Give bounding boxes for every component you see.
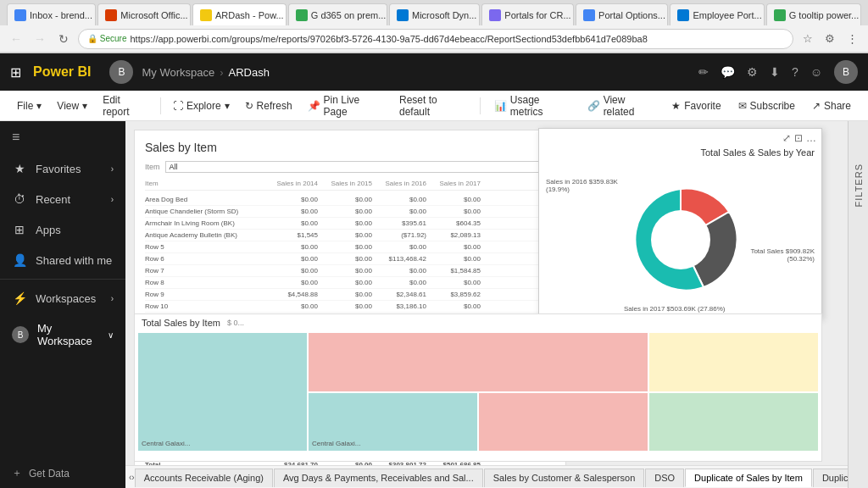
usage-metrics-btn[interactable]: 📊 Usage metrics [487,91,577,121]
filters-panel[interactable]: FILTERS [848,121,868,488]
treemap-grid: Central Galaxi... Central Galaxi... [135,331,821,454]
tab-dup-sales-territory[interactable]: Duplicate of Sales by Territory [813,469,848,487]
tab-label-ardash: ARDash - Pow... [215,10,284,20]
explore-icon: ⛶ [173,100,183,112]
tab-ar-aging[interactable]: Accounts Receivable (Aging) [135,469,273,487]
view-chevron: ▾ [82,100,87,112]
sidebar-divider [0,279,125,280]
pin-icon: 📌 [308,100,320,112]
tab-msdyn[interactable]: Microsoft Dyn... ✕ [389,3,480,25]
file-chevron: ▾ [36,100,42,112]
sidebar-get-data[interactable]: ＋ Get Data [0,458,125,488]
tab-dso[interactable]: DSO [645,469,684,487]
tab-d365[interactable]: G d365 on prem... ✕ [288,3,387,25]
refresh-btn[interactable]: ↻ Refresh [238,97,299,115]
tab-favicon-tooltip [774,9,786,21]
menu-icon[interactable]: ⋮ [843,30,861,48]
reset-label: Reset to default [399,94,466,118]
tab-favicon-portaloptions [583,9,595,21]
table-row: Row 9 $4,548.88 $0.00 $2,348.61 $3,859.6… [145,289,555,301]
refresh-label: Refresh [257,100,292,112]
apps-grid-icon[interactable]: ⊞ [10,64,21,80]
col-header-2017: Sales in 2017 [430,180,481,187]
sidebar-item-apps[interactable]: ⊞ Apps [0,214,125,245]
view-related-btn[interactable]: 🔗 View related [581,91,662,121]
browser-toolbar-icons: ☆ ⚙ ⋮ [798,30,861,48]
table-row: Row 5 $0.00 $0.00 $0.00 $0.00 [145,241,555,253]
view-menu[interactable]: View ▾ [50,97,94,115]
user-avatar[interactable]: B [109,60,133,84]
edit-report-btn[interactable]: Edit report [96,91,155,121]
share-btn[interactable]: ↗ Share [805,97,858,115]
subscribe-btn[interactable]: ✉ Subscribe [732,97,802,115]
tab-portalscrm[interactable]: Portals for CR... ✕ [481,3,574,25]
sidebar-item-workspaces[interactable]: ⚡ Workspaces › [0,283,125,313]
bookmark-icon[interactable]: ☆ [798,30,817,48]
tab-msoffice[interactable]: Microsoft Offic... ✕ [97,3,191,25]
tab-tooltip[interactable]: G tooltip power... ✕ [766,3,861,25]
edit-icon[interactable]: ✏ [698,65,709,79]
settings-icon[interactable]: ⚙ [747,65,758,79]
pin-live-btn[interactable]: 📌 Pin Live Page [301,91,391,121]
tab-label-inbox: Inbox - brend... [30,10,92,20]
tab-portaloptions[interactable]: Portal Options... ✕ [576,3,668,25]
get-data-label: Get Data [29,468,70,480]
reset-btn[interactable]: Reset to default [392,91,473,121]
sidebar-expand-btn[interactable]: ≡ [0,121,125,153]
favorite-btn[interactable]: ★ Favorite [665,97,727,115]
extensions-icon[interactable]: ⚙ [821,30,839,48]
filter-input[interactable]: All [165,161,555,173]
table-row: Row 8 $0.00 $0.00 $0.00 $0.00 [145,277,555,289]
apps-icon: ⊞ [12,223,27,236]
table-filter-row: Item All [145,161,555,173]
tab-employeeport[interactable]: Employee Port... ✕ [670,3,764,25]
url-text: https://app.powerbi.com/groups/me/report… [130,34,647,44]
recent-chevron: › [111,195,114,204]
breadcrumb-workspace[interactable]: My Workspace [142,66,214,79]
treemap-cell-4: Central Galaxi... [309,393,477,452]
comment-icon[interactable]: 💬 [721,65,735,79]
tab-favicon-msdyn [397,9,409,21]
sidebar-item-recent[interactable]: ⏱ Recent › [0,184,125,214]
chart-focus-icon[interactable]: ⊡ [794,132,803,144]
treemap-cell-1: Central Galaxi... [138,333,307,451]
address-bar: ← → ↻ 🔒 Secure https://app.powerbi.com/g… [0,25,868,53]
url-box[interactable]: 🔒 Secure https://app.powerbi.com/groups/… [78,29,793,49]
help-icon[interactable]: ? [792,65,798,79]
account-avatar[interactable]: B [834,60,858,84]
treemap-filter[interactable]: $ 0... [227,319,244,327]
chart-more-icon[interactable]: … [806,132,816,144]
forward-button[interactable]: → [31,30,49,48]
table-row: Row 6 $0.00 $0.00 $113,468.42 $0.00 [145,253,555,265]
user-face-icon[interactable]: ☺ [810,65,822,79]
treemap-cell-5 [479,393,648,452]
tab-sales-customer[interactable]: Sales by Customer & Salesperson [484,469,645,487]
treemap-cell-1-label: Central Galaxi... [142,440,190,447]
favorites-label: Favorites [36,163,103,175]
view-related-icon: 🔗 [587,100,600,112]
sidebar-item-favorites[interactable]: ★ Favorites › [0,153,125,184]
treemap-cell-4-label: Central Galaxi... [312,440,360,447]
sidebar-item-shared[interactable]: 👤 Shared with me [0,245,125,275]
tab-inbox[interactable]: Inbox - brend... ✕ [7,3,96,25]
explore-menu[interactable]: ⛶ Explore ▾ [166,97,236,115]
tab-ardash[interactable]: ARDash - Pow... ✕ [192,3,287,25]
subscribe-icon: ✉ [738,100,747,112]
treemap-cell-2 [309,333,648,391]
chart-expand-icon[interactable]: ⤢ [782,132,791,144]
download-icon[interactable]: ⬇ [770,65,780,79]
sidebar-item-myworkspace[interactable]: B My Workspace ∨ [0,313,125,356]
col-header-2014: Sales in 2014 [267,180,318,187]
share-label: Share [824,100,851,112]
tab-dup-sales-item[interactable]: Duplicate of Sales by Item [685,469,812,487]
back-button[interactable]: ← [7,30,25,48]
file-menu[interactable]: File ▾ [10,97,48,115]
tab-favicon-msoffice [105,9,117,21]
chart-popup-header: ⤢ ⊡ … [539,129,821,147]
breadcrumb: My Workspace › ARDash [142,66,689,79]
tab-dup-sales-item-label: Duplicate of Sales by Item [694,473,803,483]
shared-label: Shared with me [36,254,114,267]
tab-avg-days[interactable]: Avg Days & Payments, Receivables and Sal… [274,469,483,487]
table-row: Row 7 $0.00 $0.00 $0.00 $1,584.85 [145,265,555,277]
reload-button[interactable]: ↻ [54,30,73,48]
